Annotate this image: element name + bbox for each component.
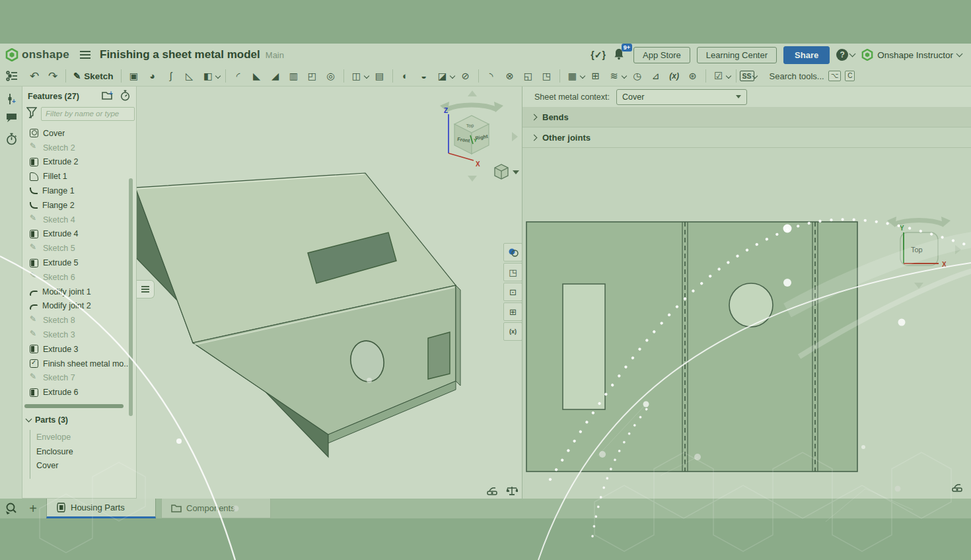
transform-icon[interactable]: ◪ — [435, 69, 450, 83]
hamburger-menu-icon[interactable] — [80, 54, 90, 55]
chevron-down-icon[interactable] — [725, 73, 731, 79]
feature-item[interactable]: Sketch 3 — [22, 328, 136, 342]
help-menu[interactable]: ? — [836, 49, 855, 61]
learning-center-button[interactable]: Learning Center — [697, 47, 777, 63]
feature-item[interactable]: Modify joint 1 — [22, 285, 136, 299]
flatten-preview-icon[interactable] — [486, 485, 501, 497]
boolean-icon[interactable]: ◐ — [398, 69, 414, 83]
part-item[interactable]: Cover — [36, 461, 58, 470]
account-menu[interactable]: Onshape Instructor — [861, 49, 962, 61]
feature-item[interactable]: Sketch 5 — [22, 241, 136, 256]
chevron-down-icon[interactable] — [449, 73, 454, 79]
section-view-icon[interactable]: ⊡ — [503, 283, 522, 301]
split-pane-icon[interactable]: ◫ — [349, 69, 365, 83]
part-item[interactable]: Enclosure — [36, 447, 73, 456]
feature-item[interactable]: Extrude 5 — [22, 256, 136, 270]
flatten-toggle-icon[interactable] — [952, 483, 965, 495]
other-joints-section[interactable]: Other joints — [522, 127, 971, 148]
chevron-down-icon[interactable] — [621, 73, 626, 79]
feature-item[interactable]: Cover — [22, 126, 136, 141]
revolve-icon[interactable]: ◕ — [145, 69, 161, 83]
tab-components[interactable]: Components — [161, 499, 271, 518]
feature-item[interactable]: Sketch 6 — [22, 270, 136, 285]
share-button[interactable]: Share — [783, 46, 830, 64]
context-dropdown[interactable]: Cover — [616, 89, 747, 105]
helix-icon[interactable]: ≋ — [606, 69, 622, 83]
feature-item[interactable]: Fillet 1 — [22, 169, 136, 184]
view-mode-button[interactable] — [495, 164, 519, 179]
part-item[interactable]: Envelope — [36, 433, 71, 442]
shell-icon[interactable]: ◰ — [305, 69, 320, 83]
chamfer-icon[interactable]: ◣ — [249, 69, 265, 83]
configurations-icon[interactable]: + — [4, 92, 18, 106]
feature-item[interactable]: Extrude 2 — [22, 155, 136, 170]
move-face-icon[interactable]: ◱ — [521, 69, 536, 83]
offset-surface-icon[interactable]: ◳ — [539, 69, 555, 83]
wrap-icon[interactable]: ◒ — [416, 69, 432, 83]
finish-sheet-metal-icon[interactable]: ☑ — [711, 69, 727, 83]
chevron-down-icon[interactable] — [363, 73, 369, 79]
tab-housing-parts[interactable]: Housing Parts — [46, 499, 156, 518]
extrude-icon[interactable]: ▣ — [126, 69, 142, 83]
delete-face-icon[interactable]: ⊗ — [502, 69, 518, 83]
flat-variables-icon[interactable]: (x) — [503, 322, 522, 341]
sweep-icon[interactable]: ʃ — [163, 69, 179, 83]
mass-properties-scale-icon[interactable] — [504, 485, 520, 497]
feature-item[interactable]: Sketch 2 — [22, 141, 136, 155]
edit-fillet-icon[interactable]: ◝ — [484, 69, 499, 83]
appearance-icon[interactable] — [503, 243, 522, 262]
feature-history-icon[interactable] — [120, 90, 131, 104]
feature-item[interactable]: Extrude 4 — [22, 227, 136, 242]
explode-view-icon[interactable]: ⊞ — [503, 302, 522, 321]
add-tab-button[interactable]: + — [25, 500, 41, 517]
undo-icon[interactable]: ↶ — [26, 69, 42, 83]
feature-item[interactable]: Sketch 8 — [22, 313, 136, 328]
sketch-button[interactable]: ✎ Sketch — [73, 71, 114, 81]
history-stopwatch-icon[interactable] — [4, 131, 18, 146]
linear-pattern-icon[interactable]: ▤ — [372, 69, 388, 83]
search-tabs-icon[interactable] — [3, 500, 20, 517]
feature-list-toggle-icon[interactable] — [4, 69, 20, 83]
feature-item[interactable]: Flange 2 — [22, 198, 136, 213]
workspace-label[interactable]: Main — [266, 50, 284, 60]
thicken-icon[interactable]: ◧ — [200, 69, 216, 83]
bends-section[interactable]: Bends — [522, 107, 971, 127]
feature-item[interactable]: Extrude 3 — [22, 342, 136, 357]
rollback-bar[interactable] — [24, 404, 124, 408]
mass-properties-icon[interactable]: ⊿ — [648, 69, 664, 83]
delete-part-icon[interactable]: ⊘ — [458, 69, 474, 83]
model-viewport[interactable]: Top Front Right Z X Y — [137, 87, 522, 499]
feature-item[interactable]: Finish sheet metal mo... — [22, 357, 136, 371]
notifications-bell-icon[interactable]: 9+ — [612, 48, 627, 62]
circular-pattern-icon[interactable]: ▦ — [565, 69, 581, 83]
chevron-down-icon[interactable] — [579, 73, 585, 79]
app-store-button[interactable]: App Store — [633, 47, 690, 63]
versions-icon[interactable]: {✓} — [591, 50, 606, 60]
mirror-icon[interactable]: ⊞ — [588, 69, 604, 83]
fillet-icon[interactable]: ◜ — [231, 69, 246, 83]
isolate-view-icon[interactable]: ◳ — [503, 263, 522, 281]
feature-item[interactable]: Flange 1 — [22, 184, 136, 198]
create-folder-icon[interactable]: + — [102, 90, 114, 103]
measure-icon[interactable]: ◷ — [629, 69, 645, 83]
chevron-down-icon[interactable] — [215, 73, 220, 79]
feature-filter-input[interactable] — [41, 107, 135, 121]
feature-item[interactable]: Modify joint 2 — [22, 299, 136, 314]
frame-tools-icon[interactable]: ⊛ — [685, 69, 701, 83]
feature-item[interactable]: Extrude 6 — [22, 385, 136, 400]
hole-icon[interactable]: ◎ — [323, 69, 339, 83]
draft-icon[interactable]: ◢ — [268, 69, 283, 83]
comments-icon[interactable] — [4, 110, 18, 125]
rib-icon[interactable]: ▥ — [286, 69, 302, 83]
features-scrollbar[interactable] — [129, 178, 133, 416]
onshape-logo[interactable]: onshape — [5, 48, 69, 61]
panel-collapse-handle[interactable] — [137, 280, 155, 298]
loft-icon[interactable]: ◺ — [182, 69, 198, 83]
search-tools[interactable]: Search tools... ⌥ C — [770, 71, 855, 81]
parts-section-header[interactable]: Parts (3) — [26, 415, 68, 425]
filter-funnel-icon[interactable] — [26, 106, 37, 121]
feature-item[interactable]: Sketch 4 — [22, 213, 136, 227]
variables-icon[interactable]: (x) — [666, 69, 682, 83]
feature-item[interactable]: Sketch 7 — [22, 371, 136, 386]
redo-icon[interactable]: ↷ — [45, 69, 61, 83]
